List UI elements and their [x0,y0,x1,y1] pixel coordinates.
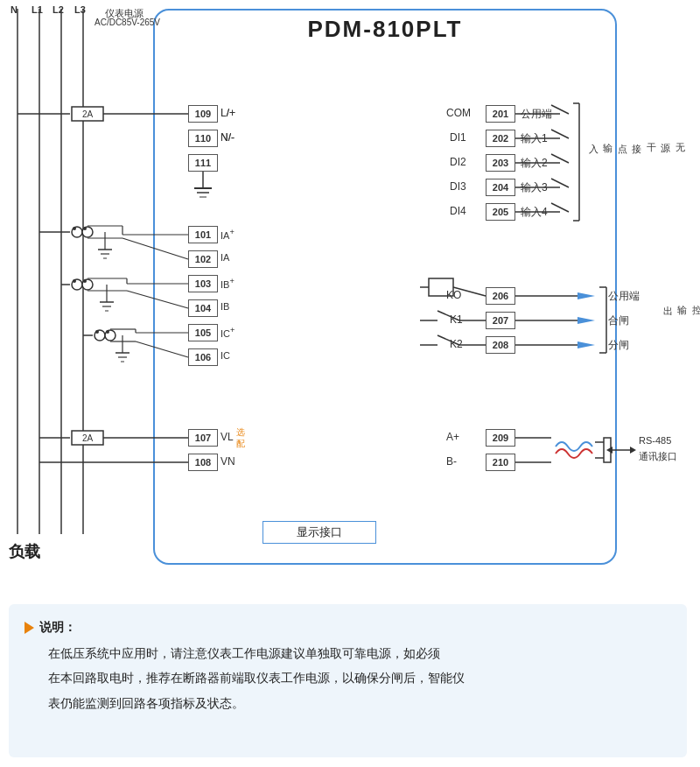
device-title: PDM-810PLT [153,16,617,43]
terminal-203: 203 [486,154,515,172]
desc-206: 公用端 [608,289,640,304]
label-107: VL [220,431,234,443]
label-104: IB [220,301,229,312]
terminal-206: 206 [486,287,515,305]
terminal-106: 106 [188,348,218,366]
prefix-k2: K2 [450,338,463,350]
terminal-104: 104 [188,299,218,317]
svg-point-15 [73,227,76,230]
desc-line-2: 在本回路取电时，推荐在断路器前端取仪表工作电源，以确保分闸后，智能仪 [24,668,671,689]
desc-202: 输入1 [521,131,548,146]
terminal-110: 110 [188,130,218,147]
label-106: IC [220,350,230,361]
svg-point-28 [82,279,93,290]
terminal-108: 108 [188,454,218,471]
rs485-label: RS-485通讯接口 [639,433,677,464]
power-range-label: AC/DC85V-265V [94,18,160,27]
svg-text:2A: 2A [82,109,94,119]
label-n-minus: N/- [220,131,234,144]
label-102: IA [220,252,229,263]
terminal-202: 202 [486,130,515,147]
svg-text:2A: 2A [82,433,94,443]
display-interface: 显示接口 [262,521,376,544]
terminal-205: 205 [486,203,515,221]
desc-208: 分闸 [608,338,629,353]
prefix-204: DI3 [450,180,466,193]
terminal-210: 210 [486,454,515,471]
svg-point-29 [73,279,76,283]
prefix-a: A+ [446,431,459,443]
prefix-205: DI4 [450,205,466,217]
terminal-103: 103 [188,275,218,292]
svg-rect-5 [72,107,103,121]
desc-title-text: 说明： [39,616,76,638]
svg-point-30 [83,279,87,283]
description-box: 说明： 在低压系统中应用时，请注意仪表工作电源建议单独取可靠电源，如必须 在本回… [9,604,687,757]
terminal-101: 101 [188,226,218,243]
svg-marker-101 [630,447,636,454]
terminal-208: 208 [486,336,515,354]
prefix-k1: K1 [450,313,463,326]
desc-207: 合闸 [608,313,629,328]
terminal-207: 207 [486,312,515,329]
terminal-105: 105 [188,324,218,341]
l1-label: L1 [32,4,43,15]
desc-title: 说明： [24,616,671,638]
svg-point-16 [83,227,87,230]
xuanpei-label: 选配 [236,426,245,449]
svg-point-14 [82,227,93,237]
diagram-container: PDM-810PLT 2A [0,0,700,595]
label-105: IC+ [220,326,234,339]
svg-point-27 [72,279,82,290]
svg-point-13 [72,227,82,237]
prefix-201: COM [446,107,471,119]
l3-label: L3 [74,4,86,15]
terminal-107: 107 [188,429,218,447]
desc-line-1: 在低压系统中应用时，请注意仪表工作电源建议单独取可靠电源，如必须 [24,644,671,665]
desc-203: 输入2 [521,156,548,171]
terminal-209: 209 [486,429,515,447]
prefix-ko: KO [446,289,461,301]
label-101: IA+ [220,228,234,241]
terminal-102: 102 [188,250,218,268]
di-group-label: 无源干接点输入 [586,136,688,137]
terminal-201: 201 [486,105,515,123]
desc-201: 公用端 [521,107,552,122]
load-label: 负载 [9,541,40,562]
n-label: N [10,4,18,15]
label-l-plus: L/+ [220,107,235,119]
desc-line-3: 表仍能监测到回路各项指标及状态。 [24,693,671,714]
prefix-b: B- [446,455,457,468]
desc-arrow-icon [24,622,34,634]
svg-rect-55 [72,431,103,445]
label-103: IB+ [220,277,234,290]
svg-point-43 [95,330,99,334]
prefix-203: DI2 [450,156,466,168]
l2-label: L2 [52,4,64,15]
terminal-111: 111 [188,154,218,172]
svg-point-44 [106,330,109,334]
terminal-109: 109 [188,105,218,123]
desc-204: 输入3 [521,180,548,195]
label-108: VN [220,455,235,468]
svg-point-41 [94,330,105,341]
svg-point-42 [105,330,116,341]
terminal-204: 204 [486,179,515,196]
prefix-202: DI1 [450,131,466,144]
desc-205: 输入4 [521,205,548,220]
